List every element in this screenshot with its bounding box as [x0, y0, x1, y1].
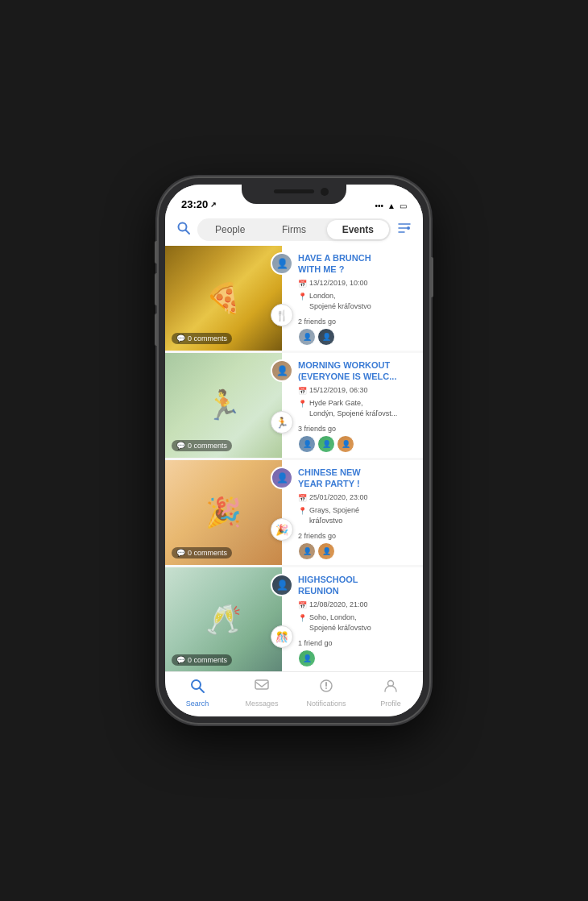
- friends-count-3: 2 friends go: [298, 532, 415, 540]
- event-title-2: MORNING WORKOUT(EVERYONE IS WELC...: [298, 359, 415, 383]
- status-time: 23:20 ↗: [181, 198, 217, 210]
- comments-badge-3: 💬 0 comments: [172, 547, 232, 558]
- event-meta-1: 📅 13/12/2019, 10:00 📍 London,Spojené krá…: [298, 277, 415, 313]
- organizer-avatar-4: 👤: [271, 574, 293, 596]
- event-location-row-4: 📍 Soho, London,Spojené kráľovstvo: [298, 612, 415, 634]
- event-image-3: 💬 0 comments 👤 🎉: [165, 460, 282, 565]
- comments-count-2: 0 comments: [188, 442, 227, 450]
- friend-avatar-1-2: 👤: [317, 328, 335, 346]
- event-date-4: 12/08/2020, 21:00: [309, 600, 368, 611]
- friend-avatar-2-1: 👤: [298, 435, 316, 453]
- tab-events[interactable]: Events: [327, 220, 389, 239]
- event-date-1: 13/12/2019, 10:00: [309, 278, 368, 289]
- volume-down-button: [155, 313, 157, 346]
- comments-badge-1: 💬 0 comments: [172, 333, 232, 344]
- tab-people[interactable]: People: [199, 220, 261, 239]
- location-icon-1: 📍: [298, 292, 307, 303]
- friend-avatar-2-2: 👤: [317, 435, 335, 453]
- event-location-4: Soho, London,Spojené kráľovstvo: [309, 612, 371, 634]
- event-meta-2: 📅 15/12/2019, 06:30 📍 Hyde Park Gate,Lon…: [298, 384, 415, 420]
- event-location-1: London,Spojené kráľovstvo: [309, 291, 371, 313]
- wifi-icon: ▲: [387, 201, 395, 210]
- messages-nav-label: Messages: [245, 700, 278, 708]
- profile-nav-icon: [383, 678, 399, 698]
- friend-avatar-1-1: 👤: [298, 328, 316, 346]
- event-card-2[interactable]: 💬 0 comments 👤 🏃 MORNING WORKOUT(EVERYON…: [165, 353, 423, 458]
- event-title-3: CHINESE NEWYEAR PARTY !: [298, 467, 415, 490]
- location-icon-3: 📍: [298, 506, 307, 517]
- notch: [242, 185, 346, 204]
- friend-avatar-3-1: 👤: [298, 542, 316, 560]
- search-icon[interactable]: [176, 221, 191, 239]
- search-nav-label: Search: [186, 700, 209, 708]
- event-type-icon-2: 🏃: [271, 411, 293, 434]
- event-location-row-1: 📍 London,Spojené kráľovstvo: [298, 291, 415, 313]
- event-details-1: HAVE A BRUNCHWITH ME ? 📅 13/12/2019, 10:…: [282, 246, 423, 351]
- profile-nav-label: Profile: [380, 700, 401, 708]
- organizer-avatar-3: 👤: [271, 467, 293, 489]
- event-details-4: HIGHSCHOOLREUNION 📅 12/08/2020, 21:00 📍 …: [282, 567, 423, 671]
- friend-avatars-4: 👤: [298, 650, 415, 667]
- comments-count-4: 0 comments: [188, 656, 227, 664]
- filter-icon[interactable]: [397, 222, 412, 237]
- comments-badge-2: 💬 0 comments: [172, 440, 232, 451]
- event-card-1[interactable]: 💬 0 comments 👤 🍴 HAVE A BRUNCHWITH ME ? …: [165, 246, 423, 351]
- friend-avatar-4-1: 👤: [298, 650, 316, 667]
- camera: [321, 188, 329, 196]
- comment-icon-3: 💬: [176, 549, 185, 557]
- location-icon-4: 📍: [298, 613, 307, 625]
- events-list: 💬 0 comments 👤 🍴 HAVE A BRUNCHWITH ME ? …: [165, 246, 423, 671]
- calendar-icon-3: 📅: [298, 493, 307, 504]
- friend-avatars-2: 👤 👤 👤: [298, 435, 415, 453]
- bottom-navigation: Search Messages: [165, 671, 423, 716]
- battery-icon: ▭: [400, 201, 407, 210]
- speaker: [274, 189, 314, 193]
- comments-badge-4: 💬 0 comments: [172, 654, 232, 666]
- friends-count-2: 3 friends go: [298, 425, 415, 433]
- event-type-icon-1: 🍴: [271, 304, 293, 326]
- power-button: [431, 257, 433, 297]
- svg-line-1: [186, 230, 190, 234]
- messages-nav-icon: [254, 678, 270, 698]
- volume-up-button: [155, 273, 157, 305]
- event-image-1: 💬 0 comments 👤 🍴: [165, 246, 282, 351]
- calendar-icon-2: 📅: [298, 386, 307, 397]
- phone-frame: 23:20 ↗ ••• ▲ ▭ People Firms Events: [157, 176, 431, 725]
- event-card-3[interactable]: 💬 0 comments 👤 🎉 CHINESE NEWYEAR PARTY !…: [165, 460, 423, 565]
- organizer-avatar-2: 👤: [271, 359, 293, 382]
- location-icon-2: 📍: [298, 399, 307, 410]
- event-title-1: HAVE A BRUNCHWITH ME ?: [298, 252, 415, 276]
- comments-count-1: 0 comments: [188, 334, 227, 343]
- comments-count-3: 0 comments: [188, 549, 227, 557]
- friend-avatars-1: 👤 👤: [298, 328, 415, 346]
- event-details-2: MORNING WORKOUT(EVERYONE IS WELC... 📅 15…: [282, 353, 423, 458]
- event-location-row-2: 📍 Hyde Park Gate,Londýn, Spojené kráľovs…: [298, 398, 415, 420]
- event-meta-3: 📅 25/01/2020, 23:00 📍 Grays, Spojenékráľ…: [298, 492, 415, 527]
- event-location-2: Hyde Park Gate,Londýn, Spojené kráľovst.…: [309, 398, 397, 420]
- comment-icon-4: 💬: [176, 656, 185, 664]
- silent-button: [155, 241, 157, 264]
- nav-notifications[interactable]: Notifications: [294, 678, 358, 708]
- event-details-3: CHINESE NEWYEAR PARTY ! 📅 25/01/2020, 23…: [282, 460, 423, 565]
- event-location-3: Grays, Spojenékráľovstvo: [309, 505, 359, 527]
- svg-point-11: [325, 687, 327, 689]
- event-location-row-3: 📍 Grays, Spojenékráľovstvo: [298, 505, 415, 527]
- event-image-2: 💬 0 comments 👤 🏃: [165, 353, 282, 458]
- event-type-icon-4: 🎊: [271, 625, 293, 648]
- event-date-row-4: 📅 12/08/2020, 21:00: [298, 600, 415, 612]
- friends-section-2: 3 friends go 👤 👤 👤: [298, 425, 415, 453]
- svg-rect-8: [255, 680, 268, 689]
- comment-icon-1: 💬: [176, 334, 185, 343]
- notifications-nav-icon: [318, 678, 334, 698]
- friends-count-1: 2 friends go: [298, 318, 415, 326]
- organizer-avatar-1: 👤: [271, 252, 293, 275]
- nav-messages[interactable]: Messages: [230, 678, 294, 708]
- event-type-icon-3: 🎉: [271, 518, 293, 541]
- calendar-icon-4: 📅: [298, 600, 307, 612]
- nav-search[interactable]: Search: [165, 678, 230, 708]
- event-meta-4: 📅 12/08/2020, 21:00 📍 Soho, London,Spoje…: [298, 599, 415, 634]
- tab-firms[interactable]: Firms: [263, 220, 325, 239]
- search-tab-bar: People Firms Events: [165, 214, 423, 246]
- nav-profile[interactable]: Profile: [358, 678, 423, 708]
- event-card-4[interactable]: 💬 0 comments 👤 🎊 HIGHSCHOOLREUNION 📅 12/…: [165, 567, 423, 671]
